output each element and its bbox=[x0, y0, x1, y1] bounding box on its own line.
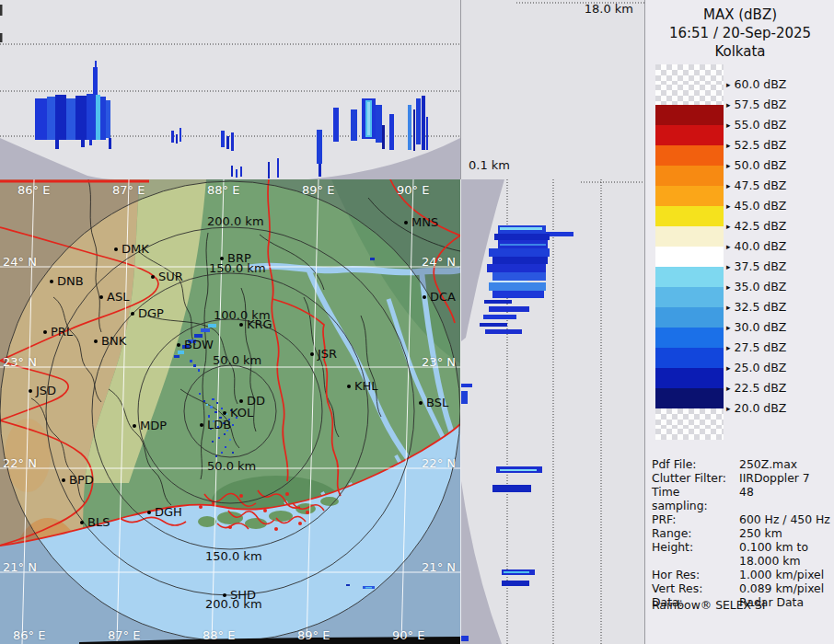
scale-swatch bbox=[655, 145, 724, 166]
scale-swatch bbox=[655, 388, 724, 408]
scale-threshold-label: 37.5 dBZ bbox=[726, 259, 786, 275]
radar-map-graphic bbox=[0, 179, 460, 644]
metadata-value: 250 km bbox=[739, 526, 830, 540]
scale-swatch bbox=[655, 85, 724, 105]
product-metadata: Pdf File:250Z.maxClutter Filter:IIRDoppl… bbox=[652, 457, 830, 609]
metadata-value: 48 bbox=[739, 485, 830, 512]
scale-swatch bbox=[655, 307, 724, 328]
product-title: MAX (dBZ) bbox=[645, 6, 834, 24]
metadata-value: 0.089 km/pixel bbox=[739, 581, 830, 595]
scale-swatch bbox=[655, 368, 724, 388]
metadata-value: 250Z.max bbox=[739, 457, 830, 471]
scale-threshold-label: 60.0 dBZ bbox=[726, 77, 786, 93]
scale-swatch bbox=[655, 125, 724, 145]
metadata-label: Clutter Filter: bbox=[652, 471, 739, 485]
vertical-projection-top-panel bbox=[0, 0, 461, 179]
radar-map-panel[interactable]: 24° N24° N23° N23° N22° N22° N21° N21° N… bbox=[0, 179, 460, 644]
axis-corner-panel: 18.0 km 0.1 km bbox=[461, 0, 644, 179]
side-projection-graphic bbox=[461, 179, 644, 644]
metadata-value: 0.100 km to 18.000 km bbox=[739, 540, 830, 568]
axis-min-height-label: 0.1 km bbox=[469, 158, 510, 172]
metadata-label: Pdf File: bbox=[652, 457, 739, 471]
scale-threshold-label: 42.5 dBZ bbox=[726, 219, 786, 235]
scale-swatch bbox=[655, 206, 724, 226]
metadata-row: Range:250 km bbox=[652, 526, 830, 540]
metadata-row: Time sampling:48 bbox=[652, 485, 830, 512]
scale-threshold-label: 35.0 dBZ bbox=[726, 280, 786, 295]
scale-threshold-label: 50.0 dBZ bbox=[726, 158, 786, 174]
scale-swatch bbox=[655, 287, 724, 307]
legend-panel: MAX (dBZ) 16:51 / 20-Sep-2025 Kolkata 60… bbox=[644, 0, 834, 644]
scale-swatch bbox=[655, 267, 724, 287]
metadata-row: Hor Res:1.000 km/pixel bbox=[652, 568, 830, 581]
software-brand: Rainbow® SELEX-SI bbox=[652, 598, 765, 612]
metadata-row: Height:0.100 km to 18.000 km bbox=[652, 540, 830, 568]
top-projection-graphic bbox=[0, 0, 460, 179]
metadata-label: Vert Res: bbox=[652, 581, 739, 595]
scale-threshold-label: 32.5 dBZ bbox=[726, 300, 786, 316]
metadata-label: Range: bbox=[652, 526, 739, 540]
metadata-label: PRF: bbox=[652, 512, 739, 526]
metadata-value: IIRDoppler 7 bbox=[739, 471, 830, 485]
metadata-row: Pdf File:250Z.max bbox=[652, 457, 830, 471]
axis-max-height-label: 18.0 km bbox=[585, 2, 633, 16]
scale-threshold-label: 30.0 dBZ bbox=[726, 320, 786, 336]
vertical-projection-right-panel bbox=[461, 179, 644, 644]
scale-threshold-label: 47.5 dBZ bbox=[726, 178, 786, 194]
metadata-value: 1.000 km/pixel bbox=[739, 568, 830, 581]
radar-product-window: { "legend": { "title": "MAX (dBZ)", "dat… bbox=[0, 0, 834, 644]
scale-swatch bbox=[655, 328, 724, 348]
scale-swatch bbox=[655, 247, 724, 267]
edge-tick-marks bbox=[0, 5, 3, 42]
corner-grid-line bbox=[461, 0, 644, 179]
scale-threshold-label: 27.5 dBZ bbox=[726, 340, 786, 356]
metadata-row: Clutter Filter:IIRDoppler 7 bbox=[652, 471, 830, 485]
scale-swatch bbox=[655, 105, 724, 125]
metadata-label: Height: bbox=[652, 540, 739, 568]
scale-threshold-label: 40.0 dBZ bbox=[726, 239, 786, 255]
scale-swatch bbox=[655, 348, 724, 368]
scale-swatch bbox=[655, 226, 724, 247]
scale-swatch bbox=[655, 64, 724, 85]
scale-swatch bbox=[655, 186, 724, 206]
legend-header: MAX (dBZ) 16:51 / 20-Sep-2025 Kolkata bbox=[645, 6, 834, 61]
product-datetime: 16:51 / 20-Sep-2025 bbox=[645, 24, 834, 42]
scale-swatch bbox=[655, 166, 724, 186]
scale-threshold-label: 45.0 dBZ bbox=[726, 199, 786, 214]
scale-threshold-label: 22.5 dBZ bbox=[726, 381, 786, 397]
scale-threshold-label: 55.0 dBZ bbox=[726, 118, 786, 133]
echo-bars-top bbox=[35, 61, 428, 178]
metadata-row: Vert Res:0.089 km/pixel bbox=[652, 581, 830, 595]
metadata-value: 600 Hz / 450 Hz bbox=[739, 512, 830, 526]
scale-threshold-label: 20.0 dBZ bbox=[726, 401, 786, 417]
scale-threshold-label: 25.0 dBZ bbox=[726, 361, 786, 376]
metadata-label: Hor Res: bbox=[652, 568, 739, 581]
scale-threshold-label: 57.5 dBZ bbox=[726, 98, 786, 113]
scale-swatch bbox=[655, 408, 724, 429]
scale-threshold-label: 52.5 dBZ bbox=[726, 138, 786, 154]
metadata-row: PRF:600 Hz / 450 Hz bbox=[652, 512, 830, 526]
metadata-label: Time sampling: bbox=[652, 485, 739, 512]
station-name: Kolkata bbox=[645, 42, 834, 61]
scale-swatch bbox=[655, 429, 724, 440]
